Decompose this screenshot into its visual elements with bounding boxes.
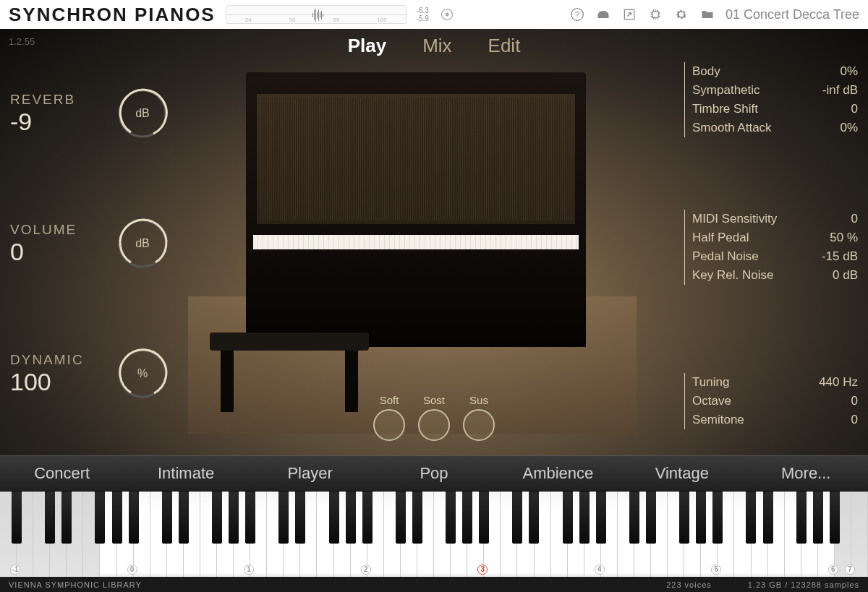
param-midi-sensitivity[interactable]: MIDI Sensitivity0	[692, 210, 858, 228]
preset-strip: Concert Intimate Player Pop Ambience Vin…	[0, 455, 868, 492]
preset-vintage[interactable]: Vintage	[620, 464, 744, 483]
octave-label: 2	[361, 565, 371, 575]
param-smooth-attack[interactable]: Smooth Attack0%	[692, 119, 858, 137]
dynamic-control: DYNAMIC 100 %	[10, 347, 169, 400]
pedal-soft[interactable]: Soft	[373, 394, 405, 441]
svg-text:?: ?	[575, 9, 580, 19]
param-timbre-shift[interactable]: Timbre Shift0	[692, 100, 858, 119]
black-key[interactable]	[245, 492, 255, 544]
tab-play[interactable]: Play	[348, 35, 387, 57]
octave-label: 7	[845, 565, 855, 575]
footer-samples: 1.23 GB / 123288 samples	[748, 580, 859, 589]
preset-player[interactable]: Player	[248, 464, 372, 483]
black-key[interactable]	[796, 492, 807, 544]
volume-control: VOLUME 0 dB	[10, 217, 169, 270]
black-key[interactable]	[629, 492, 639, 544]
main-area: 1.2.55 Play Mix Edit REVERB -9 dB	[0, 29, 868, 492]
black-key[interactable]	[362, 492, 373, 544]
reverb-value: -9	[10, 108, 101, 136]
help-icon[interactable]: ?	[569, 7, 585, 22]
black-key[interactable]	[679, 492, 689, 544]
dynamic-label: DYNAMIC	[10, 352, 101, 368]
svg-rect-5	[652, 12, 658, 17]
black-key[interactable]	[162, 492, 172, 544]
black-key[interactable]	[712, 492, 723, 544]
param-half-pedal[interactable]: Half Pedal50 %	[692, 228, 858, 247]
pedal-sus[interactable]: Sus	[463, 394, 495, 441]
black-key[interactable]	[446, 492, 456, 544]
black-key[interactable]	[746, 492, 756, 544]
dynamic-knob[interactable]: %	[116, 347, 169, 400]
keyboard[interactable]: -101234567	[0, 492, 868, 577]
black-key[interactable]	[512, 492, 522, 544]
preset-intimate[interactable]: Intimate	[124, 464, 247, 483]
param-body[interactable]: Body0%	[692, 62, 858, 81]
black-key[interactable]	[646, 492, 656, 544]
black-key[interactable]	[295, 492, 305, 544]
param-group-tone: Body0% Sympathetic-inf dB Timbre Shift0 …	[684, 62, 858, 137]
tab-edit[interactable]: Edit	[488, 35, 521, 57]
black-key[interactable]	[479, 492, 489, 544]
pedal-sost[interactable]: Sost	[418, 394, 450, 441]
white-key[interactable]	[851, 492, 868, 577]
piano-image	[188, 72, 637, 434]
preset-concert[interactable]: Concert	[0, 464, 124, 483]
octave-label: 0	[127, 565, 137, 575]
black-key[interactable]	[278, 492, 289, 544]
preset-pop[interactable]: Pop	[372, 464, 495, 483]
black-key[interactable]	[763, 492, 773, 544]
black-key[interactable]	[95, 492, 105, 544]
black-key[interactable]	[229, 492, 239, 544]
black-key[interactable]	[529, 492, 539, 544]
volume-value: 0	[10, 238, 101, 266]
footer-voices: 223 voices	[666, 580, 712, 589]
preset-more[interactable]: More...	[744, 464, 868, 483]
black-key[interactable]	[462, 492, 472, 544]
param-tuning[interactable]: Tuning440 Hz	[692, 373, 858, 392]
black-key[interactable]	[61, 492, 72, 544]
black-key[interactable]	[179, 492, 189, 544]
record-icon[interactable]	[439, 7, 455, 22]
level-readout: -6.3-5.9	[417, 7, 429, 22]
waveform-display[interactable]: 245689109	[226, 5, 407, 24]
preset-ambience[interactable]: Ambience	[496, 464, 620, 483]
black-key[interactable]	[212, 492, 222, 544]
black-key[interactable]	[412, 492, 422, 544]
expand-icon[interactable]	[621, 7, 637, 22]
octave-label: -1	[10, 565, 20, 575]
black-key[interactable]	[45, 492, 55, 544]
black-key[interactable]	[329, 492, 339, 544]
pedal-controls: Soft Sost Sus	[373, 394, 495, 441]
param-key-rel-noise[interactable]: Key Rel. Noise0 dB	[692, 266, 858, 285]
param-sympathetic[interactable]: Sympathetic-inf dB	[692, 81, 858, 100]
dynamic-value: 100	[10, 368, 101, 396]
black-key[interactable]	[830, 492, 840, 544]
black-key[interactable]	[12, 492, 22, 544]
black-key[interactable]	[579, 492, 590, 544]
preset-name[interactable]: 01 Concert Decca Tree	[726, 7, 859, 22]
folder-icon[interactable]	[699, 7, 715, 22]
black-key[interactable]	[112, 492, 122, 544]
black-key[interactable]	[129, 492, 139, 544]
reverb-control: REVERB -9 dB	[10, 87, 169, 140]
param-semitone[interactable]: Semitone0	[692, 411, 858, 429]
reverb-knob[interactable]: dB	[116, 87, 169, 140]
black-key[interactable]	[563, 492, 573, 544]
param-group-tuning: Tuning440 Hz Octave0 Semitone0	[684, 373, 858, 429]
tab-mix[interactable]: Mix	[422, 35, 451, 57]
reverb-label: REVERB	[10, 92, 101, 108]
view-tabs: Play Mix Edit	[348, 35, 521, 57]
black-key[interactable]	[346, 492, 356, 544]
gear-icon[interactable]	[673, 7, 689, 22]
piano-icon[interactable]	[595, 7, 611, 22]
cpu-icon[interactable]	[647, 7, 663, 22]
black-key[interactable]	[596, 492, 606, 544]
volume-label: VOLUME	[10, 222, 101, 238]
octave-label: 6	[828, 565, 838, 575]
param-octave[interactable]: Octave0	[692, 392, 858, 411]
black-key[interactable]	[396, 492, 406, 544]
volume-knob[interactable]: dB	[116, 217, 169, 270]
param-pedal-noise[interactable]: Pedal Noise-15 dB	[692, 247, 858, 266]
black-key[interactable]	[696, 492, 706, 544]
black-key[interactable]	[813, 492, 823, 544]
